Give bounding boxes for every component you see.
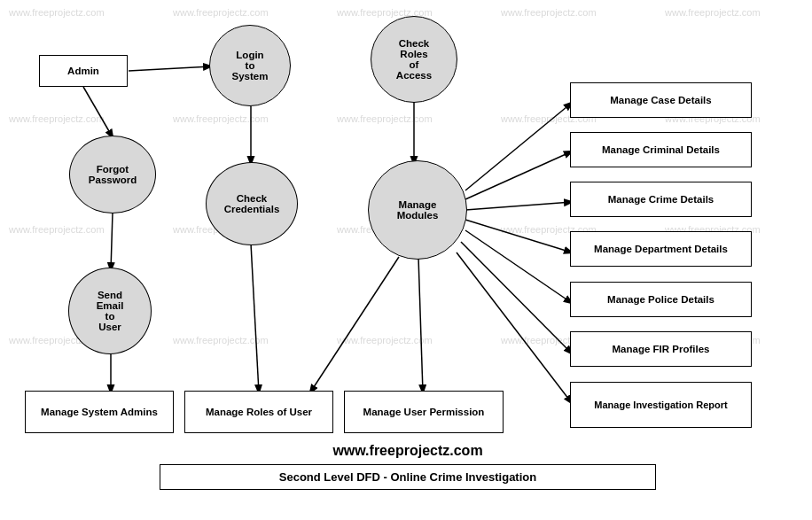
svg-line-3: [83, 87, 113, 137]
watermark: www.freeprojectz.com: [337, 335, 433, 345]
watermark: www.freeprojectz.com: [9, 7, 105, 18]
svg-line-8: [418, 257, 423, 392]
diagram-container: www.freeprojectz.com www.freeprojectz.co…: [0, 0, 812, 520]
svg-line-0: [129, 66, 211, 71]
watermark: www.freeprojectz.com: [173, 7, 269, 18]
svg-line-10: [465, 151, 572, 199]
manage-roles-user-node: Manage Roles of User: [184, 391, 333, 433]
manage-user-permission-node: Manage User Permission: [344, 391, 504, 433]
watermark: www.freeprojectz.com: [173, 113, 269, 124]
manage-criminal-details-node: Manage Criminal Details: [570, 132, 752, 167]
forgot-password-node: ForgotPassword: [69, 136, 156, 213]
manage-fir-profiles-node: Manage FIR Profiles: [570, 331, 752, 367]
watermark: www.freeprojectz.com: [337, 113, 433, 124]
check-credentials-node: CheckCredentials: [206, 162, 298, 245]
login-system-node: LogintoSystem: [209, 25, 291, 106]
manage-system-admins-node: Manage System Admins: [25, 391, 174, 433]
svg-line-6: [251, 244, 259, 392]
watermark: www.freeprojectz.com: [665, 7, 761, 18]
watermark: www.freeprojectz.com: [9, 224, 105, 235]
admin-node: Admin: [39, 55, 128, 87]
watermark: www.freeprojectz.com: [173, 335, 269, 345]
svg-line-14: [461, 242, 572, 353]
manage-modules-node: ManageModules: [368, 160, 467, 260]
svg-line-9: [465, 103, 572, 190]
svg-line-12: [465, 220, 572, 252]
svg-line-4: [111, 213, 113, 270]
send-email-node: SendEmailtoUser: [68, 268, 152, 354]
manage-crime-details-node: Manage Crime Details: [570, 182, 752, 217]
watermark: www.freeprojectz.com: [501, 7, 597, 18]
svg-line-11: [465, 202, 572, 210]
svg-line-7: [310, 257, 399, 392]
svg-line-15: [457, 252, 572, 403]
svg-line-13: [465, 230, 572, 303]
watermark: www.freeprojectz.com: [9, 113, 105, 124]
manage-dept-details-node: Manage Department Details: [570, 231, 752, 267]
manage-police-details-node: Manage Police Details: [570, 282, 752, 317]
footer-website: www.freeprojectz.com: [177, 443, 638, 459]
footer-subtitle: Second Level DFD - Online Crime Investig…: [160, 464, 656, 490]
manage-investigation-report-node: Manage Investigation Report: [570, 382, 752, 428]
manage-case-details-node: Manage Case Details: [570, 82, 752, 118]
check-roles-node: CheckRolesofAccess: [371, 16, 457, 103]
